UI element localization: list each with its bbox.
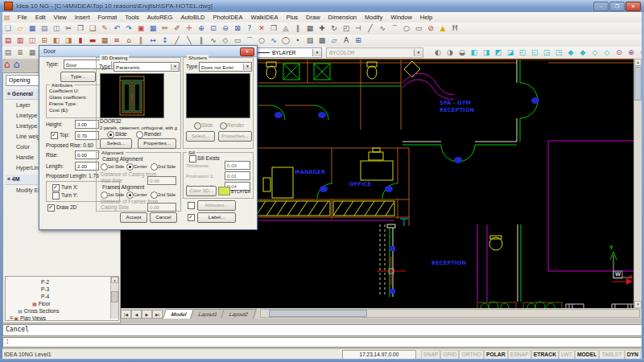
double-wall-icon[interactable]: ▥ [14, 35, 26, 46]
view-back-icon[interactable]: ◱ [529, 47, 540, 58]
shade-2d-icon[interactable]: ◐ [432, 47, 444, 58]
view-top-icon[interactable]: ◧ [469, 47, 480, 58]
tab-nav-button[interactable]: ◀ [131, 310, 142, 319]
osnap-settings-icon[interactable]: ▦ [147, 23, 159, 34]
view-left-icon[interactable]: ◩ [493, 47, 504, 58]
cut-icon[interactable]: ✂ [63, 23, 74, 34]
named-views-icon[interactable]: ⊙ [613, 47, 625, 58]
command-history[interactable]: Cancel [2, 324, 644, 336]
copy-icon[interactable]: ❐ [75, 23, 86, 34]
rotate-icon[interactable]: ↻ [328, 23, 340, 34]
turn-x-checkbox[interactable] [52, 184, 60, 191]
line-icon[interactable]: ╱ [365, 23, 376, 34]
slide-radio[interactable] [107, 131, 114, 138]
iso-ne-icon[interactable]: ◇ [589, 47, 601, 58]
copy-object-icon[interactable]: ❐ [268, 23, 279, 34]
spline-icon[interactable]: ∿ [268, 35, 279, 46]
tab-nav-button[interactable]: ▶ [142, 310, 152, 319]
text-icon[interactable]: A [341, 35, 352, 46]
shutters-slide-radio[interactable] [194, 122, 201, 130]
drawing-horizontal-scrollbar[interactable] [260, 309, 640, 318]
status-toggle[interactable]: ORTHO [459, 350, 483, 360]
match-properties-icon[interactable]: ✎ [99, 23, 110, 34]
opening-icon[interactable]: ◫ [27, 35, 38, 46]
layers-icon[interactable]: ≣ [14, 47, 26, 58]
scale-icon[interactable]: ◰ [341, 23, 352, 34]
menu-item[interactable]: Modify [361, 14, 386, 21]
trim-icon[interactable]: ⊣ [353, 23, 364, 34]
layout-tab[interactable]: Layout2 [221, 309, 257, 319]
offset-icon[interactable]: ∥ [292, 23, 303, 34]
properties-icon[interactable]: ▤ [2, 47, 14, 58]
iso-nw-icon[interactable]: ◇ [601, 47, 613, 58]
view-front-icon[interactable]: ◰ [517, 47, 528, 58]
status-toggle[interactable]: POLAR [484, 350, 508, 360]
menu-item[interactable]: File [14, 14, 31, 21]
array-icon[interactable]: ▦ [304, 23, 316, 34]
minimize-button[interactable]: – [593, 2, 609, 11]
iso-sw-icon[interactable]: ◆ [565, 47, 576, 58]
status-toggle[interactable]: DYN [625, 350, 641, 360]
tab-nav-button[interactable]: ▶| [152, 310, 163, 319]
chevron-down-icon[interactable]: ▼ [171, 64, 179, 70]
top-checkbox[interactable] [51, 132, 58, 139]
erase-icon[interactable]: ✕ [256, 23, 267, 34]
no-entry-icon[interactable]: ⊘ [425, 23, 436, 34]
dist-casing-field[interactable]: 0.00 [147, 176, 176, 185]
menu-item[interactable]: Format [93, 14, 121, 21]
color-combo[interactable]: BYCOLOR ▼ [326, 47, 423, 58]
menu-item[interactable]: WalkIDEA [247, 14, 283, 21]
scrollbar-thumb[interactable] [634, 67, 642, 101]
frames-second-radio[interactable] [151, 191, 158, 199]
print-icon[interactable]: ▤ [39, 23, 50, 34]
gradient-icon[interactable]: ▩ [316, 35, 328, 46]
new-icon[interactable]: ❏ [2, 23, 14, 34]
tree-item[interactable]: P-2 [7, 278, 110, 286]
status-toggle[interactable]: MODEL [575, 350, 600, 360]
draw-circle-icon[interactable]: ○ [256, 35, 267, 46]
color-3d-button[interactable]: Color 3D... [186, 186, 217, 196]
zoom-window-icon[interactable]: ⊡ [208, 23, 219, 34]
tree-item[interactable]: P-3 [7, 286, 110, 293]
sill-field[interactable]: 0.01 [225, 171, 250, 180]
cancel-button[interactable]: Cancel [150, 212, 177, 223]
zoom-extents-icon[interactable]: ⊠ [232, 23, 243, 34]
tree-item[interactable]: ▤ Cross Sections [7, 307, 110, 315]
shutters-type-combo[interactable]: Does not Exist▼ [199, 62, 252, 72]
arc-icon[interactable]: ⌒ [389, 23, 400, 34]
turn-y-checkbox[interactable] [52, 192, 60, 200]
shutters-properties-button[interactable]: Properties... [218, 131, 252, 142]
view-right-icon[interactable]: ◪ [505, 47, 516, 58]
rectangle-icon[interactable]: ▭ [413, 23, 424, 34]
altitudes-button[interactable]: Altitudes... [197, 200, 236, 211]
status-toggle[interactable]: SNAP [421, 350, 441, 360]
tree-scrollbar[interactable]: ▲ [110, 277, 118, 319]
building-levels-icon[interactable]: ⌂ [4, 59, 10, 71]
status-toggle[interactable]: ESNAP [508, 350, 531, 360]
point-icon[interactable]: • [292, 35, 303, 46]
wall-icon[interactable]: ▤ [2, 35, 14, 46]
drawing3d-type-combo[interactable]: Parametric▼ [114, 62, 180, 72]
iso-se-icon[interactable]: ◆ [577, 47, 588, 58]
casing-first-radio[interactable] [101, 163, 108, 171]
render-radio[interactable] [136, 131, 143, 138]
sill-field[interactable]: 0.03 [225, 161, 250, 170]
undo-icon[interactable]: ↶ [111, 23, 122, 34]
mirror-icon[interactable]: ◬ [280, 23, 291, 34]
casing-center-radio[interactable] [126, 163, 134, 171]
polyline-icon[interactable]: ∿ [377, 23, 388, 34]
menu-item[interactable]: Window [386, 14, 416, 21]
draw-2d-checkbox[interactable] [47, 204, 55, 212]
expander-icon[interactable]: ⊞ [10, 315, 13, 321]
select-button[interactable]: Select... [100, 138, 132, 149]
help-icon[interactable]: ? [244, 23, 255, 34]
ellipse-icon[interactable]: ◯ [280, 35, 291, 46]
view-se-icon[interactable]: ◳ [553, 47, 564, 58]
hatch-icon[interactable]: ▨ [304, 35, 316, 46]
circle-icon[interactable]: ○ [401, 23, 412, 34]
close-button[interactable]: ✕ [625, 2, 641, 11]
hyperlink-icon[interactable]: ▣ [135, 23, 147, 34]
menu-item[interactable]: Insert [71, 14, 94, 21]
altitudes-checkbox[interactable] [188, 202, 195, 209]
scrollbar-thumb[interactable] [111, 291, 118, 302]
